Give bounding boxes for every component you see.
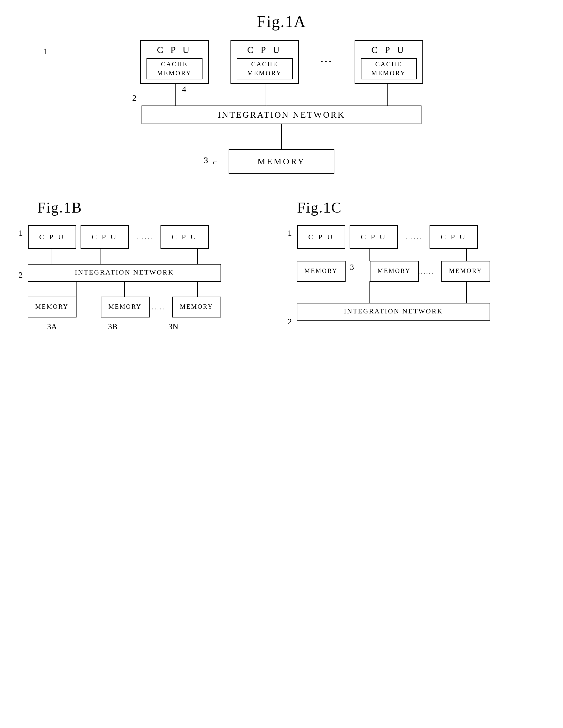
- fig1b-connectors: INTEGRATION NETWORK MEMORY MEMORY MEMORY…: [28, 249, 272, 322]
- fig1c-title: Fig.1C: [297, 199, 544, 216]
- fig1a-cpu2-cache: CACHE MEMORY: [237, 58, 293, 79]
- fig1a-cpu2: C P U CACHE MEMORY: [231, 40, 299, 84]
- fig1b-mem-label-3a: 3A: [28, 322, 76, 331]
- fig1a-cpu-row: C P U CACHE MEMORY C P U CACHE MEMORY: [140, 40, 423, 84]
- fig1c-dots-cpu: ......: [402, 233, 425, 241]
- fig1a-cpu2-outer: C P U CACHE MEMORY: [231, 40, 299, 84]
- fig1a-label2: 2: [132, 93, 137, 103]
- svg-text:MEMORY: MEMORY: [304, 267, 338, 274]
- fig1c-label1: 1: [288, 228, 292, 238]
- fig1c-cpu3: C P U: [429, 225, 478, 249]
- fig1a-section: Fig.1A 1 C P U CACHE MEMORY C P U: [19, 12, 544, 174]
- fig1b-section: Fig.1B 1 C P U C P U ...... C P U: [19, 199, 272, 346]
- fig1c-cpu2: C P U: [349, 225, 398, 249]
- fig1a-label3-arrow: ⌐: [213, 158, 218, 166]
- fig1a-cpu3-label: C P U: [361, 45, 417, 55]
- fig1a-label4: 4: [182, 84, 186, 94]
- fig1b-inner: 1 C P U C P U ...... C P U: [19, 225, 272, 331]
- fig1a-cpu3-outer: C P U CACHE MEMORY: [354, 40, 423, 84]
- fig1c-connectors: MEMORY MEMORY MEMORY ...... INTEGRATION …: [297, 249, 544, 346]
- fig1c-inner: 1 C P U C P U ...... C P U MEMORY: [291, 225, 544, 346]
- fig1a-vline-to-mem: [281, 124, 282, 149]
- fig1b-title: Fig.1B: [37, 199, 272, 216]
- svg-text:MEMORY: MEMORY: [180, 303, 214, 310]
- fig1a-cpu3: C P U CACHE MEMORY: [354, 40, 423, 84]
- svg-text:MEMORY: MEMORY: [449, 267, 482, 274]
- fig1a-label1: 1: [44, 46, 48, 56]
- fig1a-cpu1-outer: C P U CACHE MEMORY: [140, 40, 209, 84]
- svg-text:......: ......: [418, 267, 434, 275]
- fig1a-cpu1-label: C P U: [147, 45, 203, 55]
- figs-bc-row: Fig.1B 1 C P U C P U ...... C P U: [19, 199, 544, 346]
- fig1a-label3: 3: [204, 155, 208, 165]
- fig1b-label1: 1: [19, 228, 23, 238]
- svg-text:MEMORY: MEMORY: [378, 267, 411, 274]
- fig1a-cpu3-cache: CACHE MEMORY: [361, 58, 417, 79]
- fig1a-dots: ...: [321, 52, 333, 84]
- fig1a-connector-area: 2 4 INTEGRATION NETWORK 3 ⌐ MEMORY: [142, 84, 421, 174]
- svg-text:INTEGRATION NETWORK: INTEGRATION NETWORK: [344, 307, 443, 315]
- fig1b-dots-cpu: ......: [133, 233, 156, 241]
- fig1c-label3: 3: [350, 263, 354, 272]
- svg-text:INTEGRATION NETWORK: INTEGRATION NETWORK: [75, 268, 174, 276]
- fig1b-label2: 2: [19, 270, 23, 280]
- fig1c-cpu1: C P U: [297, 225, 345, 249]
- fig1c-section: Fig.1C 1 C P U C P U ...... C P U: [291, 199, 544, 346]
- fig1b-svg: INTEGRATION NETWORK MEMORY MEMORY MEMORY…: [28, 249, 221, 320]
- fig1a-cpu2-label: C P U: [237, 45, 293, 55]
- fig1c-svg: MEMORY MEMORY MEMORY ...... INTEGRATION …: [297, 249, 490, 345]
- fig1a-memory-box: MEMORY: [229, 149, 334, 174]
- svg-text:MEMORY: MEMORY: [35, 303, 69, 310]
- fig1b-cpu2: C P U: [81, 225, 129, 249]
- fig1b-mem-label-3n: 3N: [149, 322, 198, 331]
- fig1c-label2: 2: [288, 317, 292, 326]
- svg-text:......: ......: [149, 303, 165, 311]
- fig1a-title: Fig.1A: [19, 12, 544, 31]
- fig1b-cpu1: C P U: [28, 225, 76, 249]
- fig1a-memory-area: 3 ⌐ MEMORY: [229, 149, 334, 174]
- svg-text:MEMORY: MEMORY: [109, 303, 142, 310]
- fig1a-cpu1: C P U CACHE MEMORY: [140, 40, 209, 84]
- fig1b-mem-label-3b: 3B: [76, 322, 149, 331]
- fig1c-cpu-row: C P U C P U ...... C P U: [297, 225, 544, 249]
- fig1b-cpu-row: C P U C P U ...... C P U: [28, 225, 272, 249]
- fig1a-cpu1-cache: CACHE MEMORY: [147, 58, 203, 79]
- fig1b-cpu3: C P U: [161, 225, 209, 249]
- fig1a-integration-network: INTEGRATION NETWORK: [142, 106, 421, 124]
- fig1b-mem-labels: 3A 3B 3N: [28, 322, 272, 331]
